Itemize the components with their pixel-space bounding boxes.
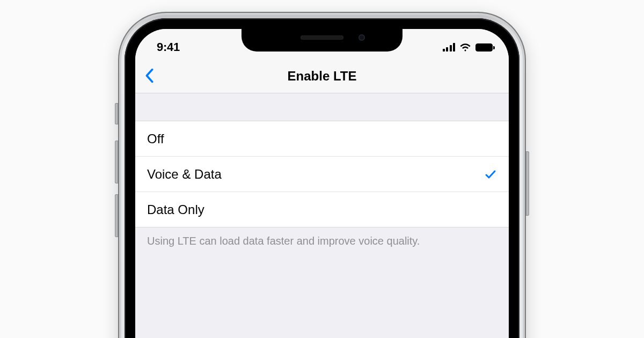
option-label: Data Only [147, 202, 204, 217]
phone-screen: 9:41 [135, 29, 509, 338]
status-indicators [443, 43, 493, 52]
volume-up-button [115, 141, 118, 183]
display-notch [241, 29, 402, 52]
option-label: Voice & Data [147, 167, 222, 182]
side-button [526, 151, 529, 216]
lte-options-list: Off Voice & Data Data Only [135, 121, 509, 227]
front-camera [358, 34, 365, 41]
back-button[interactable] [145, 68, 156, 84]
option-voice-and-data[interactable]: Voice & Data [135, 157, 509, 192]
checkmark-icon [484, 168, 497, 181]
cellular-signal-icon [443, 43, 456, 52]
phone-frame: 9:41 [118, 12, 526, 338]
status-time: 9:41 [157, 40, 180, 54]
option-label: Off [147, 131, 164, 146]
option-data-only[interactable]: Data Only [135, 192, 509, 227]
page-title: Enable LTE [135, 69, 509, 84]
battery-icon [475, 43, 493, 52]
earpiece-speaker [301, 35, 343, 40]
option-off[interactable]: Off [135, 121, 509, 157]
section-footer-text: Using LTE can load data faster and impro… [135, 227, 509, 247]
phone-bezel: 9:41 [125, 18, 519, 338]
volume-down-button [115, 194, 118, 237]
section-header-spacer [135, 93, 509, 121]
silent-switch [115, 103, 118, 124]
wifi-icon [459, 43, 471, 52]
navigation-bar: Enable LTE [135, 59, 509, 93]
